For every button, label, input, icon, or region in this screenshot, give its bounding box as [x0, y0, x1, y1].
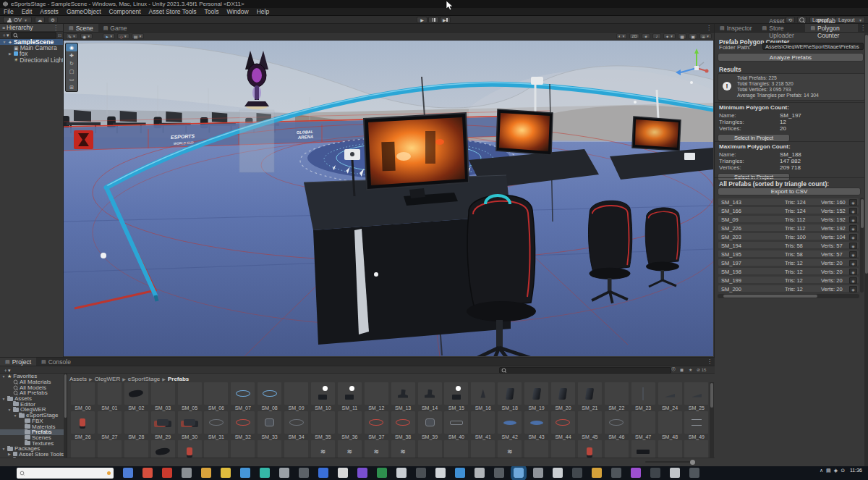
scene-camera-settings[interactable]: ▣ [689, 33, 697, 39]
project-tree-item-favorites[interactable]: ▼★Favorites [0, 374, 64, 379]
asset-item[interactable]: SM_20 [550, 382, 576, 411]
panel-menu-icon[interactable]: ⋮ [704, 24, 714, 32]
taskbar-app-icon[interactable] [572, 468, 582, 478]
project-tree-item-olegwer[interactable]: ▼OlegWER [0, 407, 64, 413]
step-button[interactable]: ▶ [440, 17, 451, 23]
hierarchy-item-samplescene[interactable]: ▼✦SampleScene [0, 39, 63, 45]
asset-item[interactable]: SM_46 [603, 411, 630, 440]
object-picker-icon[interactable]: ◉ [849, 216, 857, 223]
pause-button[interactable] [428, 17, 439, 23]
asset-item[interactable]: SM_21 [576, 382, 603, 411]
project-tree-item-assets[interactable]: ▼Assets [0, 396, 64, 402]
export-csv-button[interactable]: Export to CSV [718, 188, 861, 195]
asset-item[interactable]: SM_19 [523, 382, 550, 411]
pivot-mode-dropdown[interactable]: ◉▼ [80, 33, 93, 39]
hierarchy-search-field[interactable] [11, 32, 56, 38]
tab-project[interactable]: ▤Project [0, 358, 36, 366]
expander-icon[interactable]: ▼ [13, 413, 17, 418]
asset-item[interactable]: SM_05 [176, 382, 203, 411]
taskbar-app-icon[interactable] [455, 468, 465, 478]
cloud-button[interactable]: ☁ [35, 17, 45, 23]
create-add-button[interactable]: ＋▾ [1, 32, 9, 39]
project-tree-item-packages[interactable]: ▼Packages [0, 446, 64, 452]
thumbnail-size-slider[interactable] [645, 461, 693, 463]
prefab-row[interactable]: SM_203Tris: 100Verts: 104◉ [718, 232, 859, 240]
asset-item[interactable] [550, 440, 576, 459]
asset-item[interactable]: SM_11 [336, 382, 363, 411]
taskbar-app-icon[interactable] [592, 468, 602, 478]
2d-toggle[interactable]: 2D [629, 33, 639, 39]
menu-item-gameobject[interactable]: GameObject [67, 8, 101, 15]
tray-icon[interactable]: ▤ [826, 468, 831, 473]
transform-tool-button[interactable]: ⊞ [66, 83, 77, 91]
asset-item[interactable]: SM_01 [96, 382, 123, 411]
tab-scene[interactable]: ▤Scene [64, 24, 98, 32]
asset-item[interactable] [336, 440, 363, 459]
grid-visibility-dropdown[interactable]: ⊞▼ [699, 33, 712, 39]
asset-item[interactable] [203, 440, 229, 459]
asset-item[interactable]: SM_45 [576, 411, 603, 440]
tray-icon[interactable]: ⊙ [841, 468, 845, 473]
project-tree-item-all-prefabs[interactable]: All Prefabs [0, 390, 64, 396]
scene-viewport[interactable]: ESPORTS WORLD CUP GLOBAL ARENA ESPORTS W… [64, 41, 713, 356]
asset-item[interactable] [310, 440, 336, 459]
asset-item[interactable]: SM_31 [203, 411, 229, 440]
asset-item[interactable]: SM_24 [657, 382, 684, 411]
taskbar-app-icon[interactable] [416, 468, 426, 478]
asset-item[interactable] [96, 440, 123, 459]
menu-item-asset-store-tools[interactable]: Asset Store Tools [149, 8, 197, 15]
asset-item[interactable]: SM_28 [123, 411, 150, 440]
tab-asset-store-uploader[interactable]: ▤Asset Store Uploader [757, 24, 806, 32]
taskbar-app-icon[interactable] [318, 468, 328, 478]
asset-item[interactable] [657, 440, 684, 459]
asset-item[interactable] [417, 440, 443, 459]
asset-item[interactable]: SM_18 [496, 382, 523, 411]
asset-item[interactable] [603, 440, 630, 459]
object-picker-icon[interactable]: ◉ [849, 286, 857, 292]
taskbar-app-icon[interactable] [475, 468, 485, 478]
panel-menu-icon[interactable]: ⋮ [51, 25, 61, 31]
menu-item-help[interactable]: Help [257, 8, 269, 15]
scene-3d-render[interactable]: ESPORTS WORLD CUP GLOBAL ARENA ESPORTS W… [64, 41, 713, 356]
tab-inspector[interactable]: ▤Inspector [715, 24, 757, 32]
asset-item[interactable] [283, 440, 310, 459]
scale-tool-button[interactable]: ▢ [66, 67, 77, 75]
asset-item[interactable] [256, 440, 283, 459]
snap-dropdown[interactable]: ▤▼ [132, 33, 145, 39]
asset-item[interactable]: SM_35 [310, 411, 336, 440]
hierarchy-item-directional-light[interactable]: ☀Directional Light [0, 57, 63, 63]
taskbar-app-icon[interactable] [338, 468, 348, 478]
paint-tool-dropdown[interactable]: ◇▼ [117, 33, 129, 39]
asset-item[interactable]: SM_30 [176, 411, 203, 440]
view-tool-button[interactable]: ◉ [66, 43, 77, 51]
project-tree-item-all-materials[interactable]: All Materials [0, 379, 64, 385]
taskbar-app-icon[interactable] [260, 468, 270, 478]
prefab-row[interactable]: SM_195Tris: 58Verts: 57◉ [718, 250, 859, 258]
object-picker-icon[interactable]: ◉ [849, 269, 857, 275]
inspector-scrollbar-thumb[interactable] [865, 35, 868, 274]
asset-item[interactable]: SM_00 [69, 382, 96, 411]
expander-icon[interactable]: ▼ [2, 40, 7, 44]
horizontal-scrollbar[interactable] [718, 294, 859, 298]
taskbar-app-icon[interactable] [279, 468, 289, 478]
object-picker-icon[interactable]: ◉ [849, 277, 857, 284]
slider-knob[interactable] [690, 460, 695, 465]
analyze-prefabs-button[interactable]: Analyze Prefabs [718, 53, 864, 62]
panel-menu-icon[interactable]: ⋮ [705, 358, 715, 366]
asset-item[interactable] [123, 440, 150, 459]
grid-scrollbar[interactable] [710, 382, 714, 459]
asset-item[interactable]: SM_06 [203, 382, 229, 411]
rect-tool-button[interactable]: ▭ [66, 75, 77, 83]
tool-settings-dropdown[interactable]: ✎▼ [66, 33, 78, 39]
taskbar-app-icon[interactable] [162, 468, 172, 478]
asset-item[interactable] [469, 440, 496, 459]
search-type-filter-icon[interactable]: ⦿ [671, 367, 676, 371]
expander-icon[interactable]: ▶ [7, 452, 12, 456]
asset-item[interactable]: SM_27 [96, 411, 123, 440]
asset-item[interactable] [630, 440, 657, 459]
breadcrumb-item[interactable]: OlegWER [95, 376, 121, 382]
asset-item[interactable]: SM_47 [630, 411, 657, 440]
prefab-row[interactable]: SM_166Tris: 124Verts: 152◉ [718, 206, 859, 214]
expander-icon[interactable]: ▶ [8, 51, 12, 56]
taskbar-app-icon[interactable] [670, 468, 680, 478]
